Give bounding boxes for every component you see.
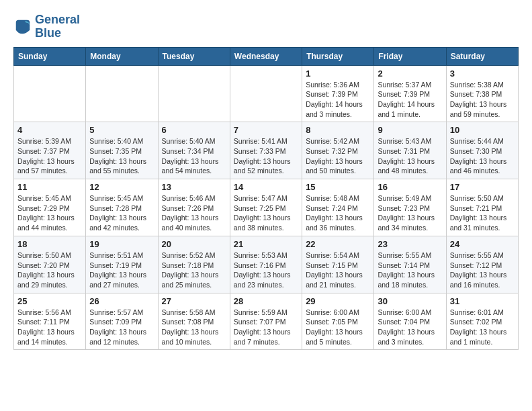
- day-number: 16: [378, 182, 442, 192]
- calendar-cell: 17Sunrise: 5:50 AM Sunset: 7:21 PM Dayli…: [446, 179, 518, 236]
- day-info: Sunrise: 5:40 AM Sunset: 7:35 PM Dayligh…: [89, 137, 146, 175]
- calendar-cell: 3Sunrise: 5:38 AM Sunset: 7:38 PM Daylig…: [446, 65, 518, 122]
- day-number: 8: [306, 125, 370, 135]
- day-number: 21: [234, 239, 298, 249]
- day-info: Sunrise: 5:47 AM Sunset: 7:25 PM Dayligh…: [234, 194, 291, 232]
- calendar-cell: 4Sunrise: 5:39 AM Sunset: 7:37 PM Daylig…: [14, 122, 86, 179]
- day-number: 31: [450, 296, 515, 306]
- week-row-3: 11Sunrise: 5:45 AM Sunset: 7:29 PM Dayli…: [14, 179, 519, 236]
- day-number: 3: [450, 68, 515, 79]
- day-info: Sunrise: 5:58 AM Sunset: 7:08 PM Dayligh…: [162, 308, 219, 346]
- calendar-cell: 13Sunrise: 5:46 AM Sunset: 7:26 PM Dayli…: [158, 179, 230, 236]
- weekday-header-row: SundayMondayTuesdayWednesdayThursdayFrid…: [14, 47, 519, 65]
- day-info: Sunrise: 6:00 AM Sunset: 7:05 PM Dayligh…: [306, 308, 363, 346]
- day-info: Sunrise: 5:51 AM Sunset: 7:19 PM Dayligh…: [89, 251, 146, 289]
- logo-text: General Blue: [35, 13, 80, 40]
- day-info: Sunrise: 5:45 AM Sunset: 7:28 PM Dayligh…: [89, 194, 146, 232]
- calendar-cell: 10Sunrise: 5:44 AM Sunset: 7:30 PM Dayli…: [446, 122, 518, 179]
- weekday-header-wednesday: Wednesday: [230, 47, 302, 65]
- day-info: Sunrise: 5:52 AM Sunset: 7:18 PM Dayligh…: [162, 251, 219, 289]
- calendar-cell: 6Sunrise: 5:40 AM Sunset: 7:34 PM Daylig…: [158, 122, 230, 179]
- day-info: Sunrise: 5:41 AM Sunset: 7:33 PM Dayligh…: [234, 137, 291, 175]
- weekday-header-monday: Monday: [86, 47, 158, 65]
- calendar-cell: 8Sunrise: 5:42 AM Sunset: 7:32 PM Daylig…: [302, 122, 374, 179]
- weekday-header-tuesday: Tuesday: [158, 47, 230, 65]
- calendar-cell: [158, 65, 230, 122]
- day-number: 2: [378, 68, 442, 79]
- day-number: 11: [17, 182, 82, 192]
- day-number: 14: [234, 182, 298, 192]
- day-info: Sunrise: 5:36 AM Sunset: 7:39 PM Dayligh…: [306, 81, 363, 118]
- weekday-header-saturday: Saturday: [446, 47, 518, 65]
- day-info: Sunrise: 5:54 AM Sunset: 7:15 PM Dayligh…: [306, 251, 363, 289]
- day-number: 15: [306, 182, 370, 192]
- day-number: 30: [378, 296, 442, 306]
- calendar-cell: 15Sunrise: 5:48 AM Sunset: 7:24 PM Dayli…: [302, 179, 374, 236]
- day-number: 29: [306, 296, 370, 306]
- calendar-cell: 26Sunrise: 5:57 AM Sunset: 7:09 PM Dayli…: [86, 293, 158, 350]
- calendar-cell: 22Sunrise: 5:54 AM Sunset: 7:15 PM Dayli…: [302, 236, 374, 293]
- day-info: Sunrise: 5:38 AM Sunset: 7:38 PM Dayligh…: [450, 81, 507, 118]
- day-info: Sunrise: 5:37 AM Sunset: 7:39 PM Dayligh…: [378, 81, 435, 118]
- day-info: Sunrise: 5:57 AM Sunset: 7:09 PM Dayligh…: [89, 308, 146, 346]
- day-number: 17: [450, 182, 515, 192]
- week-row-2: 4Sunrise: 5:39 AM Sunset: 7:37 PM Daylig…: [14, 122, 519, 179]
- day-number: 4: [17, 125, 82, 135]
- day-number: 20: [162, 239, 226, 249]
- calendar-cell: 1Sunrise: 5:36 AM Sunset: 7:39 PM Daylig…: [302, 65, 374, 122]
- week-row-5: 25Sunrise: 5:56 AM Sunset: 7:11 PM Dayli…: [14, 293, 519, 350]
- day-number: 18: [17, 239, 82, 249]
- day-info: Sunrise: 5:49 AM Sunset: 7:23 PM Dayligh…: [378, 194, 435, 232]
- day-number: 10: [450, 125, 515, 135]
- day-number: 1: [306, 68, 370, 79]
- calendar-table: SundayMondayTuesdayWednesdayThursdayFrid…: [13, 47, 519, 351]
- day-number: 23: [378, 239, 442, 249]
- calendar-cell: 30Sunrise: 6:00 AM Sunset: 7:04 PM Dayli…: [374, 293, 446, 350]
- day-info: Sunrise: 6:01 AM Sunset: 7:02 PM Dayligh…: [450, 308, 507, 346]
- day-info: Sunrise: 5:50 AM Sunset: 7:20 PM Dayligh…: [17, 251, 75, 289]
- calendar-cell: 21Sunrise: 5:53 AM Sunset: 7:16 PM Dayli…: [230, 236, 302, 293]
- calendar-cell: 20Sunrise: 5:52 AM Sunset: 7:18 PM Dayli…: [158, 236, 230, 293]
- calendar-cell: 16Sunrise: 5:49 AM Sunset: 7:23 PM Dayli…: [374, 179, 446, 236]
- calendar-cell: 23Sunrise: 5:55 AM Sunset: 7:14 PM Dayli…: [374, 236, 446, 293]
- week-row-1: 1Sunrise: 5:36 AM Sunset: 7:39 PM Daylig…: [14, 65, 519, 122]
- calendar-cell: 2Sunrise: 5:37 AM Sunset: 7:39 PM Daylig…: [374, 65, 446, 122]
- day-number: 26: [89, 296, 154, 306]
- day-info: Sunrise: 5:42 AM Sunset: 7:32 PM Dayligh…: [306, 137, 363, 175]
- day-number: 22: [306, 239, 370, 249]
- calendar-cell: 7Sunrise: 5:41 AM Sunset: 7:33 PM Daylig…: [230, 122, 302, 179]
- day-info: Sunrise: 5:50 AM Sunset: 7:21 PM Dayligh…: [450, 194, 507, 232]
- day-info: Sunrise: 5:55 AM Sunset: 7:12 PM Dayligh…: [450, 251, 507, 289]
- day-number: 13: [162, 182, 226, 192]
- day-number: 25: [17, 296, 82, 306]
- logo-icon: [13, 17, 32, 36]
- day-number: 9: [378, 125, 442, 135]
- day-info: Sunrise: 5:56 AM Sunset: 7:11 PM Dayligh…: [17, 308, 75, 346]
- calendar-cell: 31Sunrise: 6:01 AM Sunset: 7:02 PM Dayli…: [446, 293, 518, 350]
- calendar-cell: [14, 65, 86, 122]
- calendar-cell: 14Sunrise: 5:47 AM Sunset: 7:25 PM Dayli…: [230, 179, 302, 236]
- calendar-cell: 11Sunrise: 5:45 AM Sunset: 7:29 PM Dayli…: [14, 179, 86, 236]
- calendar-cell: 27Sunrise: 5:58 AM Sunset: 7:08 PM Dayli…: [158, 293, 230, 350]
- day-number: 7: [234, 125, 298, 135]
- day-info: Sunrise: 5:53 AM Sunset: 7:16 PM Dayligh…: [234, 251, 291, 289]
- weekday-header-friday: Friday: [374, 47, 446, 65]
- day-info: Sunrise: 5:40 AM Sunset: 7:34 PM Dayligh…: [162, 137, 219, 175]
- weekday-header-thursday: Thursday: [302, 47, 374, 65]
- day-info: Sunrise: 5:39 AM Sunset: 7:37 PM Dayligh…: [17, 137, 75, 175]
- calendar-cell: [86, 65, 158, 122]
- day-info: Sunrise: 5:59 AM Sunset: 7:07 PM Dayligh…: [234, 308, 291, 346]
- calendar-cell: 5Sunrise: 5:40 AM Sunset: 7:35 PM Daylig…: [86, 122, 158, 179]
- calendar-cell: 25Sunrise: 5:56 AM Sunset: 7:11 PM Dayli…: [14, 293, 86, 350]
- day-info: Sunrise: 5:48 AM Sunset: 7:24 PM Dayligh…: [306, 194, 363, 232]
- calendar-cell: 19Sunrise: 5:51 AM Sunset: 7:19 PM Dayli…: [86, 236, 158, 293]
- calendar-cell: 18Sunrise: 5:50 AM Sunset: 7:20 PM Dayli…: [14, 236, 86, 293]
- day-info: Sunrise: 5:44 AM Sunset: 7:30 PM Dayligh…: [450, 137, 507, 175]
- weekday-header-sunday: Sunday: [14, 47, 86, 65]
- day-info: Sunrise: 5:43 AM Sunset: 7:31 PM Dayligh…: [378, 137, 435, 175]
- day-number: 27: [162, 296, 226, 306]
- day-number: 19: [89, 239, 154, 249]
- day-number: 6: [162, 125, 226, 135]
- calendar-cell: 28Sunrise: 5:59 AM Sunset: 7:07 PM Dayli…: [230, 293, 302, 350]
- calendar-cell: 12Sunrise: 5:45 AM Sunset: 7:28 PM Dayli…: [86, 179, 158, 236]
